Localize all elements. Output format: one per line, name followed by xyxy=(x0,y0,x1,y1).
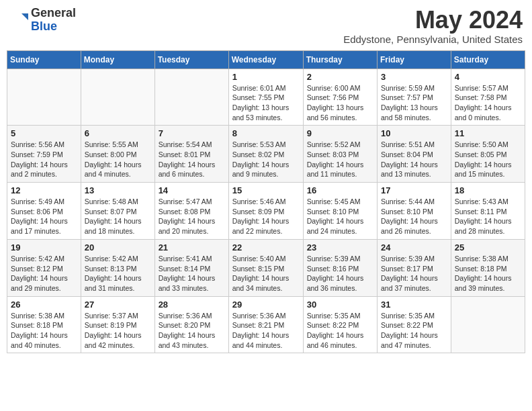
calendar-cell: 23Sunrise: 5:39 AM Sunset: 8:16 PM Dayli… xyxy=(303,239,377,296)
month-title: May 2024 xyxy=(343,7,523,34)
calendar-cell: 24Sunrise: 5:39 AM Sunset: 8:17 PM Dayli… xyxy=(378,239,451,296)
day-number: 31 xyxy=(381,300,447,310)
day-number: 3 xyxy=(381,72,447,82)
calendar-header-thursday: Thursday xyxy=(303,50,377,68)
calendar-cell: 8Sunrise: 5:53 AM Sunset: 8:02 PM Daylig… xyxy=(228,126,303,183)
title-section: May 2024 Eddystone, Pennsylvania, United… xyxy=(343,7,523,45)
day-info: Sunrise: 5:52 AM Sunset: 8:03 PM Dayligh… xyxy=(307,140,373,179)
day-number: 7 xyxy=(159,128,225,138)
day-info: Sunrise: 5:35 AM Sunset: 8:22 PM Dayligh… xyxy=(381,311,447,351)
day-number: 9 xyxy=(307,128,373,138)
calendar-header-monday: Monday xyxy=(81,50,154,68)
day-info: Sunrise: 5:38 AM Sunset: 8:18 PM Dayligh… xyxy=(11,311,77,351)
day-number: 29 xyxy=(232,300,300,310)
calendar-cell: 17Sunrise: 5:44 AM Sunset: 8:10 PM Dayli… xyxy=(378,183,451,240)
day-info: Sunrise: 5:54 AM Sunset: 8:01 PM Dayligh… xyxy=(159,140,225,179)
calendar-cell: 19Sunrise: 5:42 AM Sunset: 8:12 PM Dayli… xyxy=(7,239,81,296)
day-info: Sunrise: 5:48 AM Sunset: 8:07 PM Dayligh… xyxy=(85,197,151,236)
day-number: 15 xyxy=(232,185,300,195)
day-info: Sunrise: 5:51 AM Sunset: 8:04 PM Dayligh… xyxy=(381,140,447,179)
day-number: 18 xyxy=(455,185,521,195)
day-number: 2 xyxy=(307,72,373,82)
day-info: Sunrise: 5:43 AM Sunset: 8:11 PM Dayligh… xyxy=(455,197,521,236)
calendar-cell: 5Sunrise: 5:56 AM Sunset: 7:59 PM Daylig… xyxy=(7,126,81,183)
calendar-cell: 1Sunrise: 6:01 AM Sunset: 7:55 PM Daylig… xyxy=(228,68,303,126)
calendar-cell: 25Sunrise: 5:38 AM Sunset: 8:18 PM Dayli… xyxy=(451,239,525,296)
day-info: Sunrise: 5:49 AM Sunset: 8:06 PM Dayligh… xyxy=(11,197,77,236)
day-number: 1 xyxy=(232,72,300,82)
day-number: 26 xyxy=(11,300,77,310)
calendar-cell xyxy=(451,296,525,353)
day-number: 23 xyxy=(307,242,373,253)
day-number: 30 xyxy=(307,300,373,310)
calendar-cell: 21Sunrise: 5:41 AM Sunset: 8:14 PM Dayli… xyxy=(154,239,228,296)
calendar-cell: 10Sunrise: 5:51 AM Sunset: 8:04 PM Dayli… xyxy=(378,126,451,183)
calendar-cell: 4Sunrise: 5:57 AM Sunset: 7:58 PM Daylig… xyxy=(451,68,525,126)
calendar-cell: 28Sunrise: 5:36 AM Sunset: 8:20 PM Dayli… xyxy=(154,296,228,353)
calendar-header-sunday: Sunday xyxy=(7,50,81,68)
location-subtitle: Eddystone, Pennsylvania, United States xyxy=(343,34,523,45)
day-info: Sunrise: 5:38 AM Sunset: 8:18 PM Dayligh… xyxy=(455,254,521,293)
day-info: Sunrise: 5:57 AM Sunset: 7:58 PM Dayligh… xyxy=(455,83,521,123)
day-info: Sunrise: 5:55 AM Sunset: 8:00 PM Dayligh… xyxy=(85,140,151,179)
day-info: Sunrise: 5:53 AM Sunset: 8:02 PM Dayligh… xyxy=(232,140,300,179)
day-info: Sunrise: 5:36 AM Sunset: 8:20 PM Dayligh… xyxy=(159,311,225,351)
day-number: 27 xyxy=(85,300,151,310)
day-number: 11 xyxy=(455,128,521,138)
calendar-cell: 20Sunrise: 5:42 AM Sunset: 8:13 PM Dayli… xyxy=(81,239,154,296)
calendar-header-wednesday: Wednesday xyxy=(228,50,303,68)
calendar-week-5: 26Sunrise: 5:38 AM Sunset: 8:18 PM Dayli… xyxy=(7,296,525,353)
calendar-cell: 14Sunrise: 5:47 AM Sunset: 8:08 PM Dayli… xyxy=(154,183,228,240)
calendar-week-2: 5Sunrise: 5:56 AM Sunset: 7:59 PM Daylig… xyxy=(7,126,525,183)
day-number: 22 xyxy=(232,242,300,253)
logo-blue: Blue xyxy=(31,20,76,34)
day-info: Sunrise: 5:50 AM Sunset: 8:05 PM Dayligh… xyxy=(455,140,521,179)
logo-icon xyxy=(9,11,28,30)
day-number: 17 xyxy=(381,185,447,195)
logo: General Blue xyxy=(9,7,76,34)
day-number: 19 xyxy=(11,242,77,253)
day-number: 14 xyxy=(159,185,225,195)
logo-text: General Blue xyxy=(31,7,76,34)
day-info: Sunrise: 5:45 AM Sunset: 8:10 PM Dayligh… xyxy=(307,197,373,236)
calendar-header-row: SundayMondayTuesdayWednesdayThursdayFrid… xyxy=(7,50,525,68)
calendar-cell xyxy=(7,68,81,126)
day-info: Sunrise: 5:44 AM Sunset: 8:10 PM Dayligh… xyxy=(381,197,447,236)
day-info: Sunrise: 5:35 AM Sunset: 8:22 PM Dayligh… xyxy=(307,311,373,351)
day-info: Sunrise: 5:56 AM Sunset: 7:59 PM Dayligh… xyxy=(11,140,77,179)
day-info: Sunrise: 6:01 AM Sunset: 7:55 PM Dayligh… xyxy=(232,83,300,123)
day-info: Sunrise: 6:00 AM Sunset: 7:56 PM Dayligh… xyxy=(307,83,373,123)
day-info: Sunrise: 5:41 AM Sunset: 8:14 PM Dayligh… xyxy=(159,254,225,293)
day-info: Sunrise: 5:36 AM Sunset: 8:21 PM Dayligh… xyxy=(232,311,300,351)
calendar-cell xyxy=(81,68,154,126)
day-number: 4 xyxy=(455,72,521,82)
calendar-cell: 13Sunrise: 5:48 AM Sunset: 8:07 PM Dayli… xyxy=(81,183,154,240)
page-header: General Blue May 2024 Eddystone, Pennsyl… xyxy=(7,7,525,45)
day-number: 16 xyxy=(307,185,373,195)
day-number: 5 xyxy=(11,128,77,138)
day-number: 24 xyxy=(381,242,447,253)
day-number: 25 xyxy=(455,242,521,253)
day-number: 10 xyxy=(381,128,447,138)
day-info: Sunrise: 5:37 AM Sunset: 8:19 PM Dayligh… xyxy=(85,311,151,351)
calendar-cell: 11Sunrise: 5:50 AM Sunset: 8:05 PM Dayli… xyxy=(451,126,525,183)
calendar-cell: 6Sunrise: 5:55 AM Sunset: 8:00 PM Daylig… xyxy=(81,126,154,183)
calendar-cell: 12Sunrise: 5:49 AM Sunset: 8:06 PM Dayli… xyxy=(7,183,81,240)
day-number: 20 xyxy=(85,242,151,253)
calendar-cell: 29Sunrise: 5:36 AM Sunset: 8:21 PM Dayli… xyxy=(228,296,303,353)
calendar-cell: 7Sunrise: 5:54 AM Sunset: 8:01 PM Daylig… xyxy=(154,126,228,183)
day-number: 28 xyxy=(159,300,225,310)
calendar-week-1: 1Sunrise: 6:01 AM Sunset: 7:55 PM Daylig… xyxy=(7,68,525,126)
day-info: Sunrise: 5:39 AM Sunset: 8:16 PM Dayligh… xyxy=(307,254,373,293)
calendar-cell: 27Sunrise: 5:37 AM Sunset: 8:19 PM Dayli… xyxy=(81,296,154,353)
day-info: Sunrise: 5:59 AM Sunset: 7:57 PM Dayligh… xyxy=(381,83,447,123)
day-info: Sunrise: 5:40 AM Sunset: 8:15 PM Dayligh… xyxy=(232,254,300,293)
calendar-cell: 15Sunrise: 5:46 AM Sunset: 8:09 PM Dayli… xyxy=(228,183,303,240)
calendar-cell: 31Sunrise: 5:35 AM Sunset: 8:22 PM Dayli… xyxy=(378,296,451,353)
day-info: Sunrise: 5:47 AM Sunset: 8:08 PM Dayligh… xyxy=(159,197,225,236)
day-number: 21 xyxy=(159,242,225,253)
calendar-cell: 18Sunrise: 5:43 AM Sunset: 8:11 PM Dayli… xyxy=(451,183,525,240)
calendar-week-3: 12Sunrise: 5:49 AM Sunset: 8:06 PM Dayli… xyxy=(7,183,525,240)
calendar-header-saturday: Saturday xyxy=(451,50,525,68)
calendar-cell: 3Sunrise: 5:59 AM Sunset: 7:57 PM Daylig… xyxy=(378,68,451,126)
